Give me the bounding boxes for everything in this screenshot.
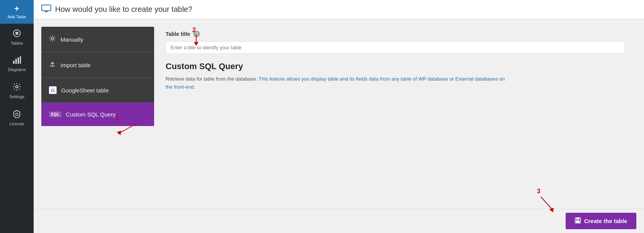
- sidebar-item-diagrams-label: Diagrams: [8, 67, 26, 72]
- sidebar-item-license-label: License: [10, 121, 24, 126]
- page-header: How would you like to create your table?: [34, 0, 644, 19]
- create-table-button[interactable]: Create the table: [566, 213, 636, 229]
- svg-marker-13: [117, 131, 121, 135]
- sidebar-item-tables[interactable]: Tables: [0, 24, 34, 51]
- create-table-label: Create the table: [584, 218, 627, 224]
- sql-badge-icon: SQL: [49, 112, 61, 117]
- add-table-label: Add Table: [8, 15, 26, 19]
- gear-icon: [49, 35, 56, 44]
- sql-description: Retrieve data for table from the databas…: [166, 75, 510, 91]
- svg-rect-18: [576, 220, 580, 223]
- sidebar-item-settings-label: Settings: [9, 94, 24, 99]
- plus-icon: +: [15, 5, 20, 13]
- monitor-icon: [41, 5, 51, 14]
- save-icon: [575, 217, 581, 225]
- svg-rect-2: [13, 61, 15, 64]
- menu-item-custom-sql[interactable]: SQL Custom SQL Query: [41, 103, 154, 126]
- menu-item-googlesheet-label: GoogleSheet table: [61, 87, 109, 94]
- svg-point-9: [51, 37, 54, 40]
- help-icon[interactable]: ?: [193, 31, 200, 37]
- svg-rect-8: [42, 5, 51, 11]
- menu-item-custom-sql-label: Custom SQL Query: [66, 111, 115, 118]
- diagrams-icon: [13, 56, 21, 66]
- sidebar-item-diagrams[interactable]: Diagrams: [0, 51, 34, 77]
- svg-point-7: [16, 113, 18, 115]
- sidebar-item-tables-label: Tables: [11, 41, 23, 45]
- menu-item-manually-label: Manually: [60, 36, 83, 43]
- svg-marker-15: [549, 208, 554, 212]
- sidebar-item-settings[interactable]: Settings: [0, 77, 34, 104]
- svg-rect-3: [15, 59, 17, 64]
- svg-rect-5: [20, 56, 21, 64]
- creation-method-menu: Manually Import table G GoogleSheet tabl…: [41, 27, 154, 126]
- menu-item-import-label: Import table: [60, 62, 91, 68]
- google-icon: G: [49, 86, 57, 94]
- svg-point-6: [16, 86, 18, 88]
- main-content: How would you like to create your table?…: [34, 0, 644, 233]
- svg-rect-4: [18, 57, 19, 64]
- table-title-row: Table title ?: [166, 31, 625, 37]
- sidebar-item-license[interactable]: License: [0, 104, 34, 131]
- menu-item-manually[interactable]: Manually: [41, 27, 154, 52]
- license-icon: [13, 110, 21, 120]
- page-title: How would you like to create your table?: [55, 5, 192, 14]
- menu-item-import[interactable]: Import table: [41, 52, 154, 78]
- settings-icon: [13, 83, 21, 93]
- svg-rect-17: [576, 218, 579, 220]
- sidebar: + Add Table Tables Diagrams Settings: [0, 0, 34, 233]
- svg-point-1: [15, 32, 18, 35]
- bottom-bar: 3 Create the table: [34, 209, 644, 233]
- upload-icon: [49, 61, 56, 69]
- table-title-label: Table title: [166, 31, 190, 37]
- content-area: Manually Import table G GoogleSheet tabl…: [34, 19, 644, 209]
- right-panel: Table title ? Custom SQL Query Retrieve …: [154, 27, 636, 201]
- tables-icon: [13, 29, 21, 39]
- sql-description-plain: Retrieve data for table from the databas…: [166, 76, 259, 82]
- sql-section-title: Custom SQL Query: [166, 61, 625, 71]
- table-title-input[interactable]: [166, 41, 625, 54]
- add-table-button[interactable]: + Add Table: [0, 0, 34, 24]
- menu-item-googlesheet[interactable]: G GoogleSheet table: [41, 78, 154, 103]
